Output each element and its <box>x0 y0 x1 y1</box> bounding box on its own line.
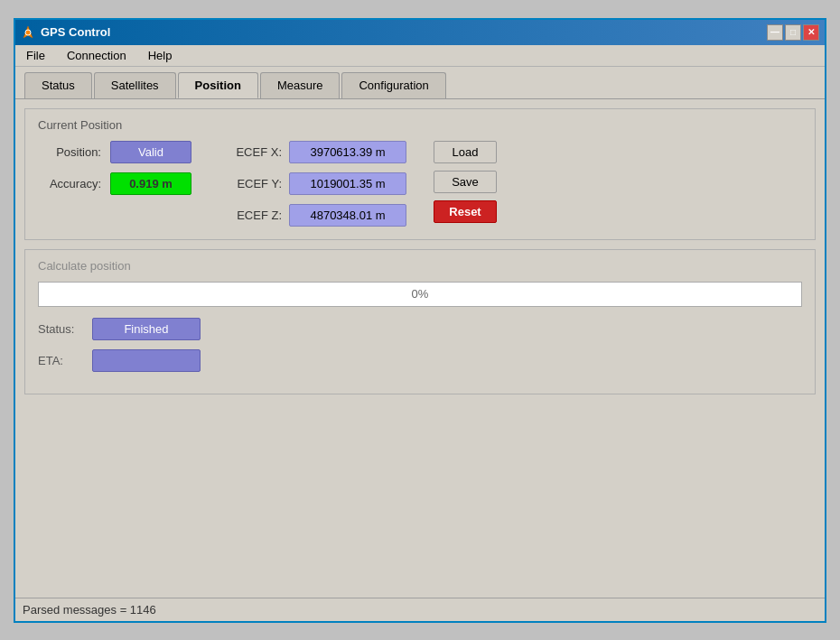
calc-status-value[interactable]: Finished <box>92 318 201 340</box>
action-buttons: Load Save Reset <box>434 141 497 223</box>
svg-marker-0 <box>23 26 33 38</box>
accuracy-label: Accuracy: <box>38 177 101 190</box>
menu-bar: File Connection Help <box>15 45 825 67</box>
load-button[interactable]: Load <box>434 141 497 163</box>
ecef-z-row: ECEF Z: 4870348.01 m <box>228 204 406 227</box>
position-value-button[interactable]: Valid <box>110 141 191 163</box>
calc-status-label: Status: <box>38 322 83 336</box>
menu-connection[interactable]: Connection <box>63 47 130 64</box>
accuracy-row: Accuracy: 0.919 m <box>38 172 191 195</box>
calculate-position-section: Calculate position 0% Status: Finished E… <box>24 249 816 394</box>
gps-icon <box>21 25 35 40</box>
ecef-x-row: ECEF X: 3970613.39 m <box>228 141 406 163</box>
tab-bar: Status Satellites Position Measure Confi… <box>15 67 825 98</box>
ecef-y-row: ECEF Y: 1019001.35 m <box>228 172 406 195</box>
ecef-y-label: ECEF Y: <box>228 177 282 190</box>
maximize-button[interactable]: □ <box>785 24 801 41</box>
ecef-fields: ECEF X: 3970613.39 m ECEF Y: 1019001.35 … <box>228 141 406 227</box>
title-bar: GPS Control — □ ✕ <box>15 20 825 45</box>
window-title: GPS Control <box>41 25 110 39</box>
title-bar-left: GPS Control <box>21 25 110 40</box>
left-fields: Position: Valid Accuracy: 0.919 m <box>38 141 191 195</box>
close-button[interactable]: ✕ <box>803 24 819 41</box>
progress-bar-container: 0% <box>38 282 802 307</box>
accuracy-value-button[interactable]: 0.919 m <box>110 172 191 195</box>
menu-file[interactable]: File <box>23 47 49 64</box>
calc-eta-row: ETA: <box>38 349 802 372</box>
position-row: Position: Valid <box>38 141 191 163</box>
status-bar: Parsed messages = 1146 <box>15 598 825 621</box>
tab-position[interactable]: Position <box>178 72 258 98</box>
tab-measure[interactable]: Measure <box>260 72 341 98</box>
tab-satellites[interactable]: Satellites <box>94 72 176 98</box>
calc-eta-value[interactable] <box>92 349 201 372</box>
tab-configuration[interactable]: Configuration <box>341 72 445 98</box>
current-position-title: Current Position <box>38 118 802 132</box>
content-area: Current Position Position: Valid Accurac… <box>15 98 825 598</box>
ecef-y-value: 1019001.35 m <box>289 172 406 195</box>
status-bar-text: Parsed messages = 1146 <box>23 603 156 617</box>
position-fields-row: Position: Valid Accuracy: 0.919 m ECEF X… <box>38 141 802 227</box>
title-buttons: — □ ✕ <box>767 24 819 41</box>
calc-eta-label: ETA: <box>38 354 83 367</box>
minimize-button[interactable]: — <box>767 24 783 41</box>
reset-button[interactable]: Reset <box>434 200 497 223</box>
current-position-section: Current Position Position: Valid Accurac… <box>24 108 816 240</box>
ecef-z-value: 4870348.01 m <box>289 204 406 227</box>
progress-label: 0% <box>412 287 429 301</box>
main-window: GPS Control — □ ✕ File Connection Help S… <box>14 18 826 623</box>
ecef-x-label: ECEF X: <box>228 145 282 159</box>
ecef-z-label: ECEF Z: <box>228 209 282 222</box>
tab-status[interactable]: Status <box>24 72 92 98</box>
calculate-position-title: Calculate position <box>38 259 802 273</box>
calc-status-row: Status: Finished <box>38 318 802 340</box>
save-button[interactable]: Save <box>434 171 497 193</box>
position-label: Position: <box>38 145 101 159</box>
menu-help[interactable]: Help <box>145 47 176 64</box>
ecef-x-value: 3970613.39 m <box>289 141 406 163</box>
